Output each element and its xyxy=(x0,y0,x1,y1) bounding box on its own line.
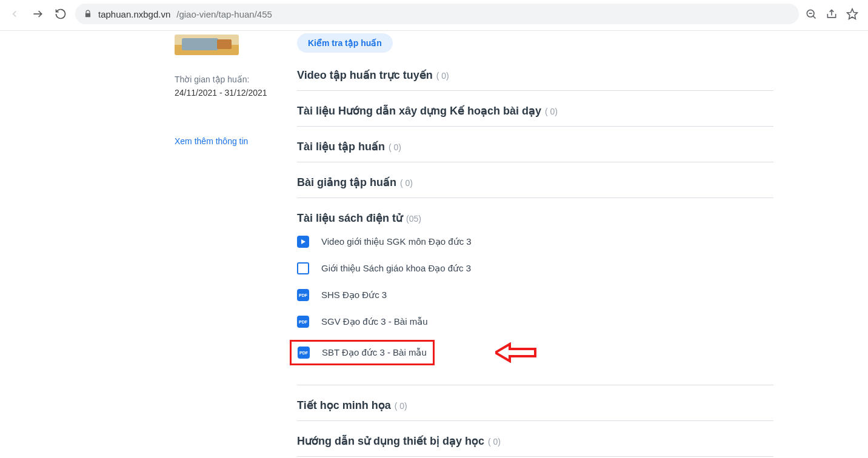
time-label: Thời gian tập huấn: xyxy=(175,75,250,84)
svg-marker-6 xyxy=(301,239,305,244)
time-dates: 24/11/2021 - 31/12/2021 xyxy=(175,88,267,98)
video-icon xyxy=(297,236,309,248)
section-video-live: Video tập huấn trực tuyến ( 0) xyxy=(297,68,773,91)
doc-label: SBT Đạo đức 3 - Bài mẫu xyxy=(322,347,427,358)
section-lectures: Bài giảng tập huấn ( 0) xyxy=(297,176,773,198)
doc-item-pdf[interactable]: PDF SHS Đạo Đức 3 xyxy=(297,289,773,301)
section-title: Tài liệu tập huấn xyxy=(297,140,385,153)
section-count: ( 0) xyxy=(400,178,413,188)
reload-button[interactable] xyxy=(52,5,69,22)
arrow-annotation-icon xyxy=(495,342,538,363)
sidebar: Thời gian tập huấn: 24/11/2021 - 31/12/2… xyxy=(0,31,297,458)
star-icon[interactable] xyxy=(846,8,858,20)
more-info-link[interactable]: Xem thêm thông tin xyxy=(175,136,248,146)
pdf-icon: PDF xyxy=(297,289,309,301)
address-bar[interactable]: taphuan.nxbgd.vn/giao-vien/tap-huan/455 xyxy=(75,4,799,24)
section-demo-lesson: Tiết học minh họa ( 0) xyxy=(297,385,773,421)
section-title: Tài liệu sách điện tử xyxy=(297,211,402,225)
browser-toolbar: taphuan.nxbgd.vn/giao-vien/tap-huan/455 xyxy=(0,0,868,31)
svg-marker-5 xyxy=(847,9,858,19)
section-count: ( 0) xyxy=(436,71,449,81)
section-count: (05) xyxy=(406,214,421,224)
section-lesson-plan: Tài liệu Hướng dẫn xây dựng Kế hoạch bài… xyxy=(297,104,773,127)
section-ebooks: Tài liệu sách điện tử (05) Video giới th… xyxy=(297,211,773,371)
course-thumbnail xyxy=(175,35,239,55)
zoom-icon[interactable] xyxy=(805,8,817,20)
slide-icon xyxy=(297,262,309,274)
page-content: Thời gian tập huấn: 24/11/2021 - 31/12/2… xyxy=(0,31,868,458)
section-count: ( 0) xyxy=(488,437,501,446)
back-button xyxy=(6,5,23,22)
url-path: /giao-vien/tap-huan/455 xyxy=(176,9,272,19)
doc-item-pdf[interactable]: PDF SGV Đạo đức 3 - Bài mẫu xyxy=(297,316,773,328)
doc-label: SHS Đạo Đức 3 xyxy=(321,290,387,300)
toolbar-actions xyxy=(805,8,862,20)
section-title: Bài giảng tập huấn xyxy=(297,176,396,189)
main-content: Kiểm tra tập huấn Video tập huấn trực tu… xyxy=(297,31,868,458)
section-training-docs: Tài liệu tập huấn ( 0) xyxy=(297,140,773,162)
arrow-right-icon xyxy=(32,8,44,20)
reload-icon xyxy=(55,8,67,20)
forward-button[interactable] xyxy=(29,5,46,22)
test-button[interactable]: Kiểm tra tập huấn xyxy=(297,33,393,53)
lock-icon xyxy=(84,10,92,18)
section-count: ( 0) xyxy=(389,142,401,152)
share-icon[interactable] xyxy=(826,8,838,20)
highlight-box: PDF SBT Đạo đức 3 - Bài mẫu xyxy=(290,340,435,365)
section-device-guide: Hướng dẫn sử dụng thiết bị dạy học ( 0) xyxy=(297,434,773,457)
svg-marker-7 xyxy=(495,344,535,361)
section-title: Tiết học minh họa xyxy=(297,399,391,412)
url-host: taphuan.nxbgd.vn xyxy=(98,9,170,19)
doc-label: SGV Đạo đức 3 - Bài mẫu xyxy=(321,316,428,327)
doc-item-video[interactable]: Video giới thiệu SGK môn Đạo đức 3 xyxy=(297,236,773,248)
doc-label: Video giới thiệu SGK môn Đạo đức 3 xyxy=(321,236,472,247)
doc-label: Giới thiệu Sách giáo khoa Đạo đức 3 xyxy=(321,263,471,274)
section-count: ( 0) xyxy=(545,107,558,116)
document-list: Video giới thiệu SGK môn Đạo đức 3 Giới … xyxy=(297,236,773,363)
arrow-left-icon xyxy=(9,8,20,19)
section-title: Tài liệu Hướng dẫn xây dựng Kế hoạch bài… xyxy=(297,104,541,118)
pdf-icon: PDF xyxy=(298,347,310,359)
svg-line-2 xyxy=(813,16,815,18)
doc-item-slide[interactable]: Giới thiệu Sách giáo khoa Đạo đức 3 xyxy=(297,262,773,274)
section-title: Hướng dẫn sử dụng thiết bị dạy học xyxy=(297,434,484,448)
section-count: ( 0) xyxy=(395,401,407,411)
highlighted-row: PDF SBT Đạo đức 3 - Bài mẫu xyxy=(297,342,773,363)
pdf-icon: PDF xyxy=(297,316,309,328)
doc-item-pdf-highlighted[interactable]: PDF SBT Đạo đức 3 - Bài mẫu xyxy=(298,347,427,359)
section-title: Video tập huấn trực tuyến xyxy=(297,68,433,82)
